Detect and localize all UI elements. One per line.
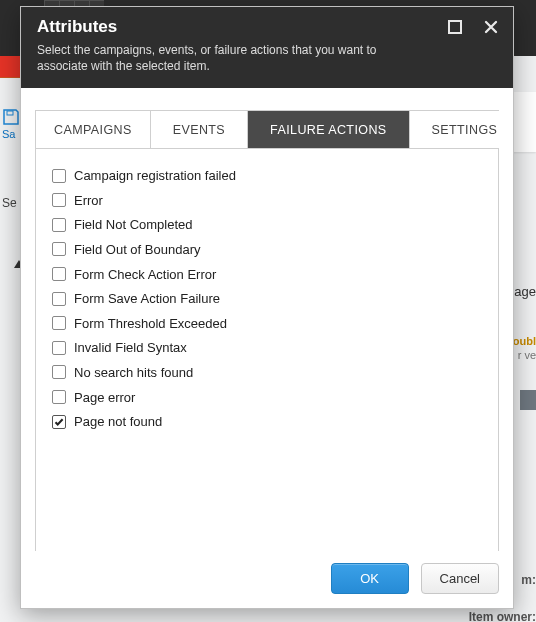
failure-action-label: Page error <box>74 390 135 405</box>
failure-action-label: No search hits found <box>74 365 193 380</box>
check-icon <box>54 417 64 427</box>
attributes-dialog: Attributes Select the campaigns, events,… <box>20 6 514 609</box>
dialog-title: Attributes <box>37 17 497 37</box>
failure-action-label: Form Check Action Error <box>74 267 216 282</box>
dialog-body: CAMPAIGNS EVENTS FAILURE ACTIONS SETTING… <box>21 88 513 551</box>
checkbox[interactable] <box>52 169 66 183</box>
background-right-bold-fragment: oubl <box>513 335 536 347</box>
tab-failure-actions[interactable]: FAILURE ACTIONS <box>248 111 409 148</box>
svg-rect-1 <box>449 21 461 33</box>
failure-actions-list: Campaign registration failedErrorField N… <box>36 149 498 551</box>
maximize-icon <box>447 19 463 35</box>
failure-action-label: Field Out of Boundary <box>74 242 200 257</box>
checkbox[interactable] <box>52 365 66 379</box>
background-save-button: Sa <box>2 108 20 140</box>
background-right-darkbar <box>520 390 536 410</box>
background-field-label-m: m: <box>521 573 536 587</box>
tab-settings[interactable]: SETTINGS <box>410 111 513 148</box>
dialog-subtitle: Select the campaigns, events, or failure… <box>37 42 427 74</box>
failure-action-row[interactable]: No search hits found <box>52 360 482 385</box>
dialog-window-controls <box>441 13 505 41</box>
background-right-text-fragment: age <box>514 284 536 299</box>
cancel-button[interactable]: Cancel <box>421 563 499 594</box>
failure-action-row[interactable]: Form Save Action Failure <box>52 286 482 311</box>
dialog-header: Attributes Select the campaigns, events,… <box>21 7 513 88</box>
ok-button[interactable]: OK <box>331 563 409 594</box>
tab-campaigns[interactable]: CAMPAIGNS <box>36 111 151 148</box>
close-icon <box>483 19 499 35</box>
failure-action-row[interactable]: Page error <box>52 385 482 410</box>
tabs-container: CAMPAIGNS EVENTS FAILURE ACTIONS SETTING… <box>35 110 499 551</box>
maximize-button[interactable] <box>441 13 469 41</box>
checkbox[interactable] <box>52 341 66 355</box>
failure-action-row[interactable]: Form Check Action Error <box>52 262 482 287</box>
failure-action-label: Invalid Field Syntax <box>74 340 187 355</box>
checkbox[interactable] <box>52 218 66 232</box>
tab-events[interactable]: EVENTS <box>151 111 248 148</box>
failure-action-row[interactable]: Invalid Field Syntax <box>52 336 482 361</box>
failure-action-label: Form Threshold Exceeded <box>74 316 227 331</box>
failure-action-row[interactable]: Form Threshold Exceeded <box>52 311 482 336</box>
tab-bar: CAMPAIGNS EVENTS FAILURE ACTIONS SETTING… <box>36 111 498 149</box>
failure-action-row[interactable]: Field Not Completed <box>52 213 482 238</box>
checkbox[interactable] <box>52 390 66 404</box>
background-field-label-owner: Item owner: <box>469 610 536 622</box>
svg-rect-0 <box>7 111 13 115</box>
checkbox[interactable] <box>52 242 66 256</box>
close-button[interactable] <box>477 13 505 41</box>
failure-action-row[interactable]: Page not found <box>52 409 482 434</box>
failure-action-label: Page not found <box>74 414 162 429</box>
save-icon <box>2 108 20 126</box>
failure-action-label: Field Not Completed <box>74 217 193 232</box>
failure-action-label: Error <box>74 193 103 208</box>
failure-action-label: Form Save Action Failure <box>74 291 220 306</box>
background-right-muted-fragment: r ve <box>518 349 536 361</box>
checkbox[interactable] <box>52 316 66 330</box>
dialog-footer: OK Cancel <box>21 551 513 608</box>
checkbox[interactable] <box>52 267 66 281</box>
failure-action-row[interactable]: Field Out of Boundary <box>52 237 482 262</box>
failure-action-row[interactable]: Error <box>52 188 482 213</box>
checkbox[interactable] <box>52 292 66 306</box>
failure-action-label: Campaign registration failed <box>74 168 236 183</box>
failure-action-row[interactable]: Campaign registration failed <box>52 163 482 188</box>
checkbox[interactable] <box>52 415 66 429</box>
background-search-fragment: Se <box>2 196 17 210</box>
checkbox[interactable] <box>52 193 66 207</box>
